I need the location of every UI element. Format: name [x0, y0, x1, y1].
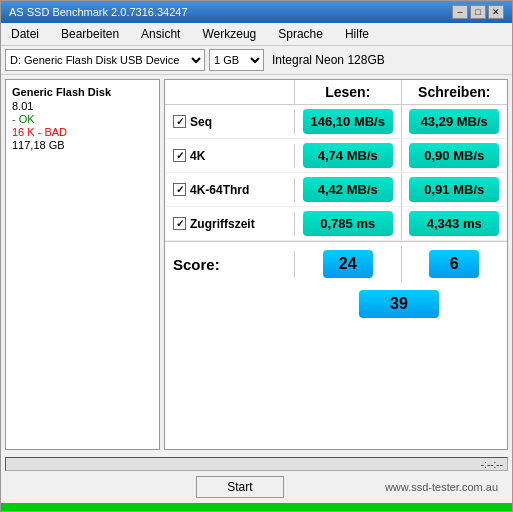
watermark: www.ssd-tester.com.au: [385, 481, 498, 493]
menu-werkzeug[interactable]: Werkzeug: [196, 25, 262, 43]
label-4k64: ✓ 4K-64Thrd: [165, 178, 295, 202]
row-zugriffszeit: ✓ Zugriffszeit 0,785 ms 4,343 ms: [165, 207, 507, 241]
cell-4k-write: 0,90 MB/s: [402, 139, 508, 172]
drive-label: Integral Neon 128GB: [268, 53, 508, 67]
cell-zugriffszeit-read: 0,785 ms: [295, 207, 402, 240]
bench-header: Lesen: Schreiben:: [165, 80, 507, 105]
progress-text: -:--:--: [481, 458, 503, 472]
badge-4k64-read: 4,42 MB/s: [303, 177, 393, 202]
menu-bearbeiten[interactable]: Bearbeiten: [55, 25, 125, 43]
cell-zugriffszeit-write: 4,343 ms: [402, 207, 508, 240]
drive-select[interactable]: D: Generic Flash Disk USB Device: [5, 49, 205, 71]
label-seq: ✓ Seq: [165, 110, 295, 134]
badge-zugriffszeit-read: 0,785 ms: [303, 211, 393, 236]
info-version: 8.01: [12, 100, 153, 112]
header-lesen: Lesen:: [295, 80, 402, 104]
cell-4k-read: 4,74 MB/s: [295, 139, 402, 172]
close-button[interactable]: ✕: [488, 5, 504, 19]
checkbox-4k[interactable]: ✓: [173, 149, 186, 162]
menu-hilfe[interactable]: Hilfe: [339, 25, 375, 43]
cell-seq-read: 146,10 MB/s: [295, 105, 402, 138]
menu-ansicht[interactable]: Ansicht: [135, 25, 186, 43]
main-area: Generic Flash Disk 8.01 - OK 16 K - BAD …: [1, 75, 512, 454]
main-window: AS SSD Benchmark 2.0.7316.34247 – □ ✕ Da…: [0, 0, 513, 512]
info-size: 117,18 GB: [12, 139, 153, 151]
menu-sprache[interactable]: Sprache: [272, 25, 329, 43]
minimize-button[interactable]: –: [452, 5, 468, 19]
checkbox-seq[interactable]: ✓: [173, 115, 186, 128]
device-name: Generic Flash Disk: [12, 86, 153, 98]
score-write-badge: 6: [429, 250, 479, 278]
cell-4k64-write: 0,91 MB/s: [402, 173, 508, 206]
badge-zugriffszeit-write: 4,343 ms: [409, 211, 499, 236]
maximize-button[interactable]: □: [470, 5, 486, 19]
badge-4k-write: 0,90 MB/s: [409, 143, 499, 168]
start-button[interactable]: Start: [196, 476, 283, 498]
bottom-area: -:--:-- Start www.ssd-tester.com.au: [1, 454, 512, 502]
bottom-buttons: Start www.ssd-tester.com.au: [5, 474, 508, 500]
toolbar: D: Generic Flash Disk USB Device 1 GB In…: [1, 46, 512, 75]
cell-seq-write: 43,29 MB/s: [402, 105, 508, 138]
score-total-row: 39: [165, 286, 507, 322]
cell-4k64-read: 4,42 MB/s: [295, 173, 402, 206]
label-4k: ✓ 4K: [165, 144, 295, 168]
badge-4k64-write: 0,91 MB/s: [409, 177, 499, 202]
left-panel: Generic Flash Disk 8.01 - OK 16 K - BAD …: [5, 79, 160, 450]
score-total-badge: 39: [359, 290, 439, 318]
title-bar-buttons: – □ ✕: [452, 5, 504, 19]
size-select[interactable]: 1 GB: [209, 49, 264, 71]
progress-bar: -:--:--: [5, 457, 508, 471]
row-4k: ✓ 4K 4,74 MB/s 0,90 MB/s: [165, 139, 507, 173]
right-panel: Lesen: Schreiben: ✓ Seq 146,10 MB/s 43,2…: [164, 79, 508, 450]
badge-seq-write: 43,29 MB/s: [409, 109, 499, 134]
score-row: Score: 24 6: [165, 241, 507, 286]
info-ok: - OK: [12, 113, 153, 125]
window-title: AS SSD Benchmark 2.0.7316.34247: [9, 6, 188, 18]
score-read-badge: 24: [323, 250, 373, 278]
row-seq: ✓ Seq 146,10 MB/s 43,29 MB/s: [165, 105, 507, 139]
score-read-cell: 24: [295, 246, 402, 282]
menu-bar: Datei Bearbeiten Ansicht Werkzeug Sprach…: [1, 23, 512, 46]
badge-seq-read: 146,10 MB/s: [303, 109, 393, 134]
badge-4k-read: 4,74 MB/s: [303, 143, 393, 168]
score-write-cell: 6: [402, 246, 508, 282]
menu-datei[interactable]: Datei: [5, 25, 45, 43]
header-empty: [165, 80, 295, 104]
checkbox-4k64[interactable]: ✓: [173, 183, 186, 196]
title-bar: AS SSD Benchmark 2.0.7316.34247 – □ ✕: [1, 1, 512, 23]
info-bad: 16 K - BAD: [12, 126, 153, 138]
label-zugriffszeit: ✓ Zugriffszeit: [165, 212, 295, 236]
checkbox-zugriffszeit[interactable]: ✓: [173, 217, 186, 230]
header-schreiben: Schreiben:: [402, 80, 508, 104]
score-label: Score:: [165, 251, 295, 278]
green-bar: [1, 503, 512, 511]
row-4k64: ✓ 4K-64Thrd 4,42 MB/s 0,91 MB/s: [165, 173, 507, 207]
